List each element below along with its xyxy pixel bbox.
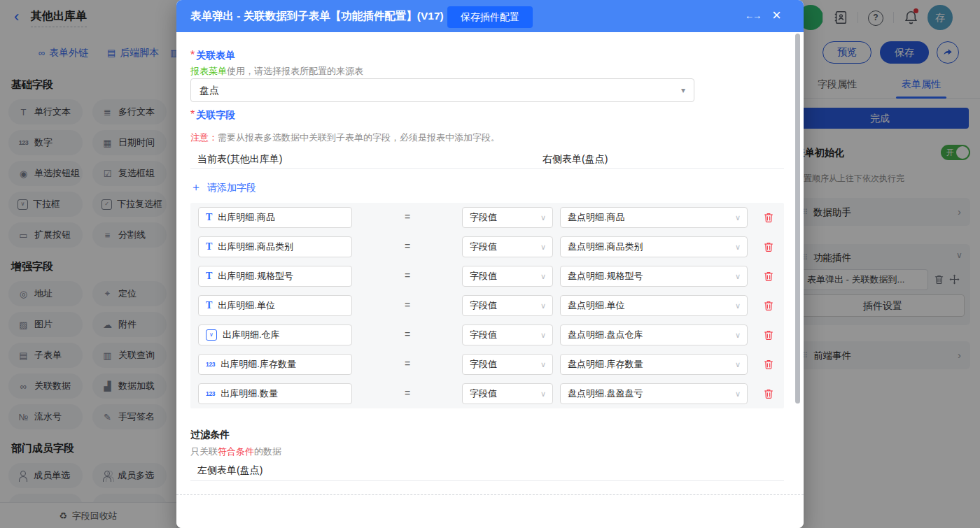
delete-row-button[interactable] [763,271,774,282]
operator-select[interactable]: 字段值∨ [462,354,553,375]
save-plugin-config-button[interactable]: 保存插件配置 [447,6,533,28]
left-field-input[interactable]: 123出库明细.库存数量 [198,354,352,375]
left-field-input[interactable]: T出库明细.商品类别 [198,236,352,257]
mapping-row: ∨出库明细.仓库 = 字段值∨ 盘点明细.盘点仓库∨ [190,320,784,350]
operator-select[interactable]: 字段值∨ [462,236,553,257]
mapping-row: T出库明细.单位 = 字段值∨ 盘点明细.单位∨ [190,291,784,320]
delete-row-button[interactable] [763,388,774,399]
add-field-link[interactable]: ＋ 请添加字段 [190,180,256,195]
delete-row-button[interactable] [763,300,774,311]
operator-select[interactable]: 字段值∨ [462,383,553,404]
delete-row-button[interactable] [763,241,774,252]
filter-condition-title: 过滤条件 [190,429,230,441]
right-field-select[interactable]: 盘点明细.盘点仓库∨ [560,324,748,345]
right-field-select[interactable]: 盘点明细.盘盈盘亏∨ [560,383,748,404]
plugin-config-modal: 表单弹出 - 关联数据到子表单【功能插件配置】(V17) ←→ × *关联表单 … [176,0,804,528]
modal-title: 表单弹出 - 关联数据到子表单【功能插件配置】(V17) [190,9,444,24]
operator-select[interactable]: 字段值∨ [462,207,553,228]
filter-condition-hint: 只关联符合条件的数据 [190,445,281,458]
delete-row-button[interactable] [763,212,774,223]
right-field-select[interactable]: 盘点明细.规格型号∨ [560,266,748,287]
operator-select[interactable]: 字段值∨ [462,295,553,316]
left-field-input[interactable]: 123出库明细.数量 [198,383,352,404]
delete-row-button[interactable] [763,329,774,341]
text-field-icon: T [206,271,212,282]
resize-icon[interactable]: ←→ [745,10,760,21]
left-field-input[interactable]: ∨出库明细.仓库 [198,324,352,345]
left-field-input[interactable]: T出库明细.商品 [198,207,352,228]
caret-down-icon: ▾ [681,79,685,101]
left-field-input[interactable]: T出库明细.单位 [198,295,352,316]
right-field-select[interactable]: 盘点明细.商品类别∨ [560,236,748,257]
column-header-left: 当前表(其他出库单) [197,153,282,166]
note-text: 注意：需要从报表多选数据中关联到子表单的字段，必须是报表中添加字段。 [190,131,500,144]
close-icon[interactable]: × [772,7,781,24]
filter-left-form-header: 左侧表单(盘点) [197,464,262,477]
delete-row-button[interactable] [763,359,774,370]
caret-down-icon: ∨ [735,208,741,227]
mapping-row: T出库明细.商品 = 字段值∨ 盘点明细.商品∨ [190,203,784,232]
equals-sign: = [397,211,418,222]
right-field-select[interactable]: 盘点明细.商品∨ [560,207,748,228]
field-mapping-rows: T出库明细.商品 = 字段值∨ 盘点明细.商品∨ T出库明细.商品类别 = 字段… [190,203,784,408]
dropdown-field-icon: ∨ [206,329,217,341]
number-field-icon: 123 [206,361,215,368]
mapping-row: 123出库明细.库存数量 = 字段值∨ 盘点明细.库存数量∨ [190,350,784,379]
modal-footer [176,494,804,528]
number-field-icon: 123 [206,390,215,397]
operator-select[interactable]: 字段值∨ [462,324,553,345]
source-table-select[interactable]: 盘点▾ [190,78,694,102]
related-fields-label: *关联字段 [190,108,235,122]
text-field-icon: T [206,241,212,252]
mapping-row: 123出库明细.数量 = 字段值∨ 盘点明细.盘盈盘亏∨ [190,379,784,408]
right-field-select[interactable]: 盘点明细.库存数量∨ [560,354,748,375]
plus-icon: ＋ [190,180,202,195]
column-header-right: 右侧表单(盘点) [542,153,608,166]
mapping-row: T出库明细.商品类别 = 字段值∨ 盘点明细.商品类别∨ [190,232,784,262]
text-field-icon: T [206,300,212,311]
text-field-icon: T [206,212,212,223]
mapping-row: T出库明细.规格型号 = 字段值∨ 盘点明细.规格型号∨ [190,262,784,291]
modal-scrollbar[interactable] [795,34,800,404]
left-field-input[interactable]: T出库明细.规格型号 [198,266,352,287]
related-form-hint: 报表菜单使用，请选择报表所配置的来源表 [190,65,363,78]
right-field-select[interactable]: 盘点明细.单位∨ [560,295,748,316]
operator-select[interactable]: 字段值∨ [462,266,553,287]
related-form-label: *关联表单 [190,49,235,62]
caret-down-icon: ∨ [540,208,546,227]
